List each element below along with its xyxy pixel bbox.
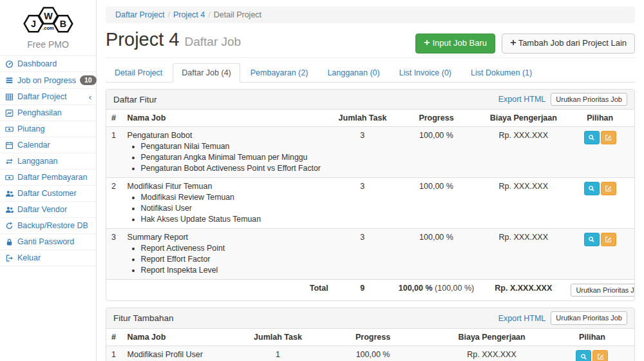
subtask-list: Pengaturan Nilai TemuanPengaturan Angka … (128, 142, 328, 173)
sidebar-item-label: Keluar (17, 253, 41, 262)
brand[interactable]: J W B .com Free PMO (0, 0, 96, 50)
urutkan-prioritas-job-button[interactable]: Urutkan Prioritas Job (551, 311, 627, 324)
biaya-cell: Rp. XXX.XXX (481, 127, 565, 178)
job-cell: Modifikasi Fitur TemuanModifikasi Review… (122, 178, 334, 229)
dashboard-icon (5, 60, 14, 68)
input-job-baru-button[interactable]: Input Job Baru (415, 34, 495, 54)
job-cell: Summary ReportReport Activeness PointRep… (122, 229, 334, 280)
sidebar-item-langganan[interactable]: Langganan (0, 153, 96, 170)
subtask-item: Hak Akses Update Status Temuan (141, 215, 328, 224)
page-title-text: Project 4 (106, 29, 179, 50)
edit-job-button[interactable] (592, 350, 608, 361)
urutkan-prioritas-job-button[interactable]: Urutkan Prioritas Job (551, 93, 627, 106)
table-row: 2Modifikasi Fitur TemuanModifikasi Revie… (106, 178, 634, 229)
tab-daftar-job-4[interactable]: Daftar Job (4) (173, 63, 240, 83)
search-icon (580, 353, 587, 360)
panels-container: Daftar FiturExport HTMLUrutkan Prioritas… (106, 89, 635, 361)
biaya-cell: Rp. XXX.XXX (433, 346, 549, 361)
sidebar-item-calendar[interactable]: Calendar (0, 137, 96, 153)
refresh-icon (5, 222, 14, 230)
view-job-button[interactable] (584, 182, 600, 195)
view-job-button[interactable] (584, 233, 600, 246)
job-name: Modifikasi Fitur Temuan (128, 182, 328, 191)
sidebar-item-daftar-pembayaran[interactable]: Daftar Pembayaran (0, 170, 96, 186)
plus-icon (510, 39, 516, 46)
breadcrumb-link-project-4[interactable]: Project 4 (173, 10, 205, 19)
sidebar-item-penghasilan[interactable]: Penghasilan (0, 105, 96, 121)
sidebar-item-piutang[interactable]: Piutang (0, 121, 96, 137)
tab-langganan-0[interactable]: Langganan (0) (318, 63, 388, 83)
sidebar-item-backup-restore-db[interactable]: Backup/Restore DB (0, 218, 96, 234)
column-header-nama-job: Nama Job (122, 110, 334, 127)
tab-detail-project[interactable]: Detail Project (106, 63, 171, 83)
export-html-link[interactable]: Export HTML (498, 314, 546, 323)
sidebar-item-label: Daftar Customer (17, 189, 77, 198)
exchange-icon (5, 157, 14, 166)
panel-fitur-tambahan: Fitur TambahanExport HTMLUrutkan Priorit… (106, 307, 635, 361)
actions-cell (565, 178, 634, 229)
sidebar-item-daftar-customer[interactable]: Daftar Customer (0, 186, 96, 202)
total-label: Total (122, 280, 334, 301)
total-jumlah-task: 9 (334, 280, 392, 301)
tab-bar: Detail ProjectDaftar Job (4)Pembayaran (… (106, 63, 635, 83)
subtask-item: Pengaturan Angka Minimal Temuan per Ming… (141, 153, 328, 162)
view-job-button[interactable] (584, 131, 600, 144)
biaya-cell: Rp. XXX.XXX (481, 178, 565, 229)
edit-job-button[interactable] (601, 233, 616, 246)
sidebar-item-label: Daftar Pembayaran (17, 173, 87, 182)
sidebar: J W B .com Free PMO DashboardJob on Prog… (0, 0, 97, 361)
export-html-link[interactable]: Export HTML (498, 95, 546, 104)
search-icon (588, 134, 595, 141)
sidebar-item-label: Piutang (17, 124, 44, 133)
edit-icon (605, 236, 612, 243)
sidebar-item-ganti-password[interactable]: Ganti Password (0, 234, 96, 250)
progress-cell: 100,00 % (312, 346, 434, 361)
sidebar-item-label: Job on Progress (17, 76, 76, 85)
panel-tools: Export HTMLUrutkan Prioritas Job (498, 311, 627, 324)
tambah-job-dari-project-lain-button[interactable]: Tambah Job dari Project Lain (502, 34, 635, 54)
jumlah-task-cell: 1 (243, 346, 312, 361)
logo-letter: B (59, 19, 66, 29)
jumlah-task-cell: 3 (334, 127, 392, 178)
panel-heading: Fitur TambahanExport HTMLUrutkan Priorit… (106, 308, 634, 328)
view-job-button[interactable] (576, 350, 591, 361)
row-number: 1 (106, 127, 122, 178)
sidebar-menu: DashboardJob on Progress10Daftar Project… (0, 55, 96, 266)
column-header-biaya-pengerjaan: Biaya Pengerjaan (481, 110, 565, 127)
logo-domain: .com (43, 25, 54, 31)
edit-job-button[interactable] (601, 131, 616, 144)
actions-cell (565, 229, 634, 280)
sign-out-icon (5, 254, 14, 262)
page-subtitle: Daftar Job (185, 35, 242, 48)
progress-cell: 100,00 % (392, 127, 481, 178)
table-icon (5, 93, 14, 101)
button-label: Tambah Job dari Project Lain (518, 38, 627, 48)
sidebar-item-daftar-vendor[interactable]: Daftar Vendor (0, 202, 96, 218)
panel-tools: Export HTMLUrutkan Prioritas Job (498, 93, 627, 106)
jumlah-task-cell: 3 (334, 229, 392, 280)
column-header-progress: Progress (392, 110, 481, 127)
tab-list-dokumen-1[interactable]: List Dokumen (1) (462, 63, 541, 83)
table-header-row: #Nama JobJumlah TaskProgressBiaya Penger… (106, 329, 634, 346)
brand-name: Free PMO (3, 39, 93, 50)
search-icon (588, 236, 595, 243)
sidebar-item-label: Penghasilan (17, 108, 62, 117)
jumlah-task-cell: 3 (334, 178, 392, 229)
logo-letter: J (31, 19, 36, 29)
sidebar-item-daftar-project[interactable]: Daftar Project‹ (0, 89, 96, 105)
actions-cell (565, 127, 634, 178)
job-name: Pengaturan Bobot (128, 131, 328, 140)
tab-pembayaran-2[interactable]: Pembayaran (2) (242, 63, 317, 83)
sidebar-item-keluar[interactable]: Keluar (0, 250, 96, 266)
column-header-biaya-pengerjaan: Biaya Pengerjaan (433, 329, 549, 346)
urutkan-prioritas-job-button[interactable]: Urutkan Prioritas Job (571, 284, 634, 297)
edit-job-button[interactable] (601, 182, 616, 195)
tab-list-invoice-0[interactable]: List Invoice (0) (390, 63, 460, 83)
sidebar-item-job-on-progress[interactable]: Job on Progress10 (0, 72, 96, 89)
breadcrumb-link-daftar-project[interactable]: Daftar Project (115, 10, 164, 19)
row-number: 3 (106, 229, 122, 280)
lock-icon (5, 238, 14, 246)
column-header-no: # (106, 329, 122, 346)
sidebar-item-dashboard[interactable]: Dashboard (0, 56, 96, 72)
subtask-item: Pengaturan Bobot Activeness Point vs Eff… (141, 164, 328, 173)
